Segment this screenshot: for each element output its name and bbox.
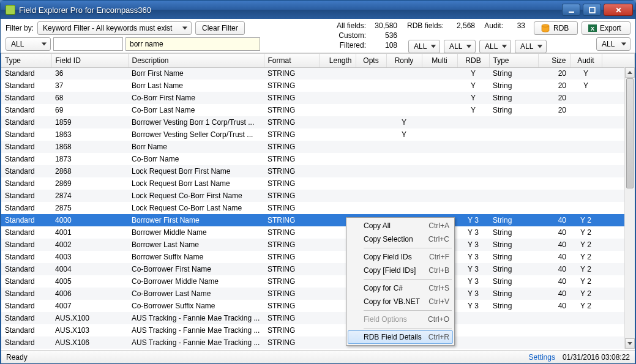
rdb-fields-value: 2,568 (447, 21, 475, 30)
keyword-filter-value: Keyword Filter - All keywords must exist (43, 24, 172, 32)
table-row[interactable]: StandardAUS.X103AUS Tracking - Fannie Ma… (1, 324, 635, 336)
database-icon (541, 24, 550, 32)
table-row[interactable]: Standard4000Borrower First NameSTRINGY 3… (1, 214, 635, 226)
table-row[interactable]: Standard4001Borrower Middle NameSTRINGY … (1, 226, 635, 239)
scroll-down-icon[interactable] (625, 338, 635, 349)
col-fieldid[interactable]: Field ID (51, 54, 128, 67)
menu-item[interactable]: Copy SelectionCtrl+C (348, 232, 453, 246)
search-input[interactable]: borr name (125, 37, 260, 51)
scroll-thumb[interactable] (626, 78, 634, 188)
table-row[interactable]: Standard4006Co-Borrower Last NameSTRINGY… (1, 288, 635, 300)
table-row[interactable]: Standard4003Borrower Suffix NameSTRINGY … (1, 251, 635, 263)
rdb-button[interactable]: RDB (534, 21, 578, 35)
rdb-fields-label: RDB fields: (401, 21, 444, 30)
menu-item[interactable]: Copy [Field IDs]Ctrl+B (348, 264, 453, 277)
col-filter-row: ALL ALL ALL ALL (408, 40, 547, 53)
table-row[interactable]: Standard36Borr First NameSTRINGYString20… (1, 67, 635, 80)
col-rdb[interactable]: RDB (457, 54, 489, 67)
menu-item[interactable]: Copy Field IDsCtrl+F (348, 250, 453, 264)
menu-item[interactable]: Copy for VB.NETCtrl+V (348, 295, 453, 308)
svg-rect-1 (589, 7, 595, 13)
filtered-label: Filtered: (337, 41, 366, 50)
svg-text:X: X (591, 26, 594, 32)
col-filter-multi[interactable]: ALL (479, 40, 511, 53)
col-opts[interactable]: Opts (356, 54, 386, 67)
window-controls (562, 4, 633, 16)
all-fields-label: All fields: (337, 21, 366, 30)
table-row[interactable]: Standard4005Co-Borrower Middle NameSTRIN… (1, 275, 635, 288)
table-row[interactable]: Standard4004Co-Borrower First NameSTRING… (1, 263, 635, 275)
app-icon (6, 5, 15, 15)
col-filter-opts[interactable]: ALL (408, 40, 440, 53)
col-ronly[interactable]: Ronly (386, 54, 422, 67)
table-row[interactable]: Standard37Borr Last NameSTRINGYString20Y (1, 80, 635, 92)
table-row[interactable]: Standard2874Lock Request Co-Borr First N… (1, 190, 635, 202)
col-type[interactable]: Type (1, 54, 51, 67)
svg-rect-0 (569, 11, 574, 12)
custom-value: 536 (370, 31, 397, 40)
audit-value: 33 (507, 21, 525, 30)
window-title: Field Explorer Pro for Encompass360 (19, 6, 562, 15)
col-filter-rdb[interactable]: ALL (515, 40, 547, 53)
status-timestamp: 01/31/2016 03:08:22 (563, 353, 630, 362)
rdb-filter-dropdown[interactable]: ALL (596, 37, 630, 51)
table-row[interactable]: Standard4002Borrower Last NameSTRINGY 3S… (1, 239, 635, 251)
maximize-button[interactable] (583, 4, 601, 16)
table-row[interactable]: Standard2868Lock Request Borr First Name… (1, 165, 635, 177)
menu-separator (364, 279, 452, 280)
col-description[interactable]: Description (128, 54, 264, 67)
table-row[interactable]: Standard1868Borr NameSTRING (1, 141, 635, 153)
menu-separator (364, 310, 452, 311)
col-filter-ronly[interactable]: ALL (444, 40, 476, 53)
table-row[interactable]: Standard1873Co-Borr NameSTRING (1, 153, 635, 165)
table-row[interactable]: Standard69Co-Borr Last NameSTRINGYString… (1, 104, 635, 116)
col-format[interactable]: Format (264, 54, 319, 67)
col-size[interactable]: Size (538, 54, 570, 67)
clear-filter-button[interactable]: Clear Filter (195, 21, 245, 35)
menu-separator (364, 248, 452, 248)
vertical-scrollbar[interactable] (624, 67, 635, 349)
fieldid-filter-input[interactable] (53, 37, 123, 51)
menu-item[interactable]: RDB Field DetailsCtrl+R (348, 330, 453, 344)
col-length[interactable]: Length (319, 54, 356, 67)
type-filter-dropdown[interactable]: ALL (6, 37, 51, 51)
col-audit[interactable]: Audit (570, 54, 602, 67)
excel-icon: X (588, 24, 597, 32)
col-multi[interactable]: Multi (422, 54, 457, 67)
table-row[interactable]: Standard68Co-Borr First NameSTRINGYStrin… (1, 92, 635, 104)
table-row[interactable]: Standard1863Borrower Vesting Seller Corp… (1, 128, 635, 141)
status-bar: Ready Settings 01/31/2016 03:08:22 (1, 350, 635, 363)
settings-link[interactable]: Settings (529, 353, 555, 362)
custom-label: Custom: (337, 31, 366, 40)
menu-separator (364, 328, 452, 329)
menu-item: Field OptionsCtrl+O (348, 313, 453, 326)
table-row[interactable]: Standard1859Borrower Vesting Borr 1 Corp… (1, 116, 635, 128)
minimize-button[interactable] (562, 4, 580, 16)
table-row[interactable]: StandardAUS.X106AUS Tracking - Fannie Ma… (1, 336, 635, 349)
app-window: Field Explorer Pro for Encompass360 Filt… (0, 0, 636, 364)
header-row[interactable]: Type Field ID Description Format Length … (1, 54, 635, 67)
menu-item[interactable]: Copy for C#Ctrl+S (348, 281, 453, 295)
col-rtype[interactable]: Type (489, 54, 538, 67)
export-button[interactable]: X Export (582, 21, 630, 35)
title-bar[interactable]: Field Explorer Pro for Encompass360 (1, 1, 635, 19)
scroll-up-icon[interactable] (625, 67, 635, 78)
table-row[interactable]: Standard2875Lock Request Co-Borr Last Na… (1, 202, 635, 214)
table-row[interactable]: Standard4007Co-Borrower Suffix NameSTRIN… (1, 300, 635, 312)
filter-by-label: Filter by: (6, 24, 34, 32)
table-row[interactable]: StandardAUS.X100AUS Tracking - Fannie Ma… (1, 312, 635, 324)
filtered-value: 108 (370, 41, 397, 50)
keyword-filter-dropdown[interactable]: Keyword Filter - All keywords must exist (37, 21, 192, 35)
all-fields-value: 30,580 (370, 21, 397, 30)
table-row[interactable]: Standard2869Lock Request Borr Last NameS… (1, 177, 635, 190)
context-menu[interactable]: Copy AllCtrl+ACopy SelectionCtrl+CCopy F… (346, 217, 455, 346)
audit-label: Audit: (479, 21, 503, 30)
status-ready: Ready (6, 353, 28, 362)
data-grid[interactable]: Type Field ID Description Format Length … (1, 53, 635, 349)
menu-item[interactable]: Copy AllCtrl+A (348, 219, 453, 232)
close-button[interactable] (604, 4, 633, 16)
